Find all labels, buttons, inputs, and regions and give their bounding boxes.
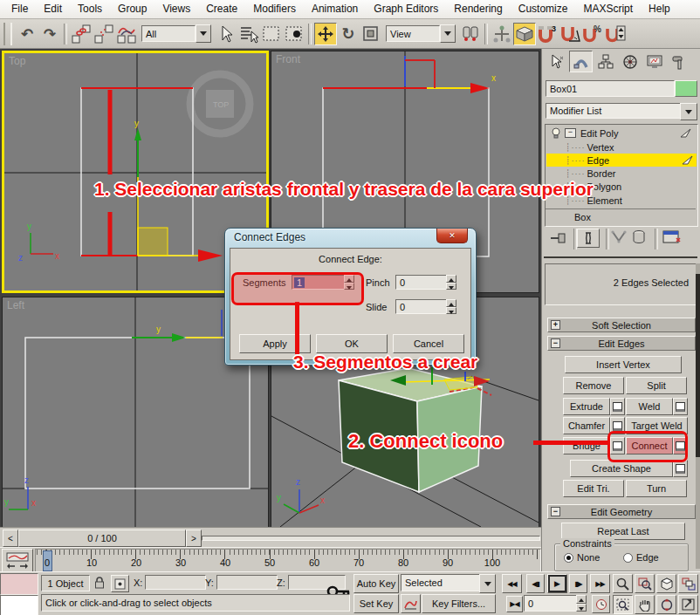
select-and-scale-icon[interactable] bbox=[360, 23, 382, 45]
tab-display[interactable] bbox=[642, 51, 666, 72]
select-and-manipulate-icon[interactable] bbox=[491, 23, 513, 45]
extrude-button[interactable]: Extrude bbox=[563, 398, 610, 415]
reference-coordsys-dropdown[interactable]: View bbox=[386, 24, 456, 43]
tab-modify[interactable] bbox=[569, 51, 593, 72]
menu-views[interactable]: Views bbox=[154, 0, 198, 18]
time-next-button[interactable]: > bbox=[186, 530, 202, 547]
previous-frame-button[interactable]: ◀▮ bbox=[526, 574, 545, 593]
viewport-top-label[interactable]: Top bbox=[9, 55, 25, 67]
track-bar-ruler[interactable]: 0 10 20 30 40 50 60 70 80 90 100 bbox=[35, 549, 541, 572]
x-field[interactable] bbox=[145, 575, 206, 590]
pan-hand-icon[interactable] bbox=[635, 595, 655, 614]
default-tangent-icon[interactable] bbox=[401, 594, 421, 613]
stack-item-edit-poly[interactable]: − Edit Poly bbox=[546, 126, 695, 140]
absolute-mode-icon[interactable] bbox=[111, 575, 129, 592]
menu-help[interactable]: Help bbox=[641, 0, 678, 18]
go-to-end-button[interactable]: ▶▶ bbox=[590, 574, 610, 593]
stack-item-box[interactable]: Box bbox=[546, 210, 695, 223]
weld-settings-icon[interactable] bbox=[673, 398, 688, 415]
create-shape-settings-icon[interactable] bbox=[673, 460, 688, 477]
time-slider-track[interactable] bbox=[202, 536, 540, 541]
bind-to-space-warp-icon[interactable] bbox=[115, 23, 138, 45]
current-frame-field[interactable]: 0 bbox=[524, 595, 583, 612]
rectangular-selection-region-icon[interactable] bbox=[260, 23, 283, 45]
region-zoom-icon[interactable] bbox=[613, 595, 633, 614]
spinner-snap-toggle-icon[interactable] bbox=[604, 23, 627, 45]
next-frame-button[interactable]: ▮▶ bbox=[569, 574, 587, 593]
insert-vertex-button[interactable]: Insert Vertex bbox=[565, 356, 682, 373]
snap-toggle-3d-icon[interactable]: 3 bbox=[536, 23, 559, 45]
use-pivot-point-icon[interactable] bbox=[459, 23, 482, 45]
lightbulb-icon[interactable] bbox=[550, 127, 562, 139]
set-key-button[interactable]: Set Key bbox=[353, 594, 399, 613]
selection-filter-arrow[interactable] bbox=[196, 24, 211, 43]
undo-icon[interactable]: ↶ bbox=[16, 23, 38, 45]
key-mode-toggle-icon[interactable]: ▶◀ bbox=[506, 596, 523, 612]
menu-modifiers[interactable]: Modifiers bbox=[245, 0, 304, 18]
zoom-icon[interactable] bbox=[613, 574, 633, 593]
select-and-move-icon[interactable] bbox=[314, 23, 337, 45]
rollout-edit-edges[interactable]: −Edit Edges bbox=[547, 336, 696, 351]
selection-set-dropdown[interactable]: Selected bbox=[401, 574, 486, 591]
zoom-all-icon[interactable] bbox=[635, 574, 655, 593]
tab-utilities[interactable] bbox=[667, 51, 690, 72]
panel-scrollbar-thumb[interactable] bbox=[696, 274, 700, 457]
key-filters-button[interactable]: Key Filters... bbox=[422, 594, 496, 613]
constraint-none-radio[interactable]: None bbox=[564, 552, 600, 563]
unlink-selection-icon[interactable] bbox=[93, 23, 115, 45]
split-button[interactable]: Split bbox=[626, 377, 687, 394]
go-to-start-button[interactable]: ◀◀ bbox=[502, 574, 522, 593]
edit-tri-button[interactable]: Edit Tri. bbox=[563, 480, 624, 497]
bridge-button[interactable]: Bridge bbox=[563, 437, 610, 454]
coordsys-arrow[interactable] bbox=[440, 24, 456, 43]
zoom-extents-icon[interactable] bbox=[656, 574, 676, 593]
apply-button[interactable]: Apply bbox=[239, 334, 311, 353]
close-icon[interactable]: ✕ bbox=[436, 229, 468, 243]
time-configuration-icon[interactable] bbox=[592, 595, 610, 613]
constraint-edge-radio[interactable]: Edge bbox=[623, 552, 659, 563]
show-end-result-icon[interactable] bbox=[577, 229, 600, 248]
stack-item-edge[interactable]: ┊····Edge bbox=[546, 154, 697, 167]
menu-maxscript[interactable]: MAXScript bbox=[575, 0, 641, 18]
make-unique-icon[interactable] bbox=[610, 230, 628, 246]
remove-modifier-icon[interactable] bbox=[631, 229, 647, 246]
modifier-list-arrow[interactable] bbox=[680, 103, 697, 120]
rollout-edit-geometry[interactable]: −Edit Geometry bbox=[547, 504, 696, 519]
menu-rendering[interactable]: Rendering bbox=[446, 0, 510, 18]
menu-customize[interactable]: Customize bbox=[511, 0, 576, 18]
menu-animation[interactable]: Animation bbox=[304, 0, 366, 18]
selection-lock-icon[interactable] bbox=[93, 576, 106, 591]
stack-item-border[interactable]: ┊····Border bbox=[546, 167, 695, 180]
object-name-field[interactable]: Box01 bbox=[546, 80, 675, 97]
window-crossing-icon[interactable] bbox=[283, 23, 305, 45]
stack-item-vertex[interactable]: ┊····Vertex bbox=[546, 140, 695, 154]
menu-create[interactable]: Create bbox=[198, 0, 245, 18]
time-slider-button[interactable]: 0 / 100 bbox=[18, 530, 186, 547]
pinch-spinner[interactable] bbox=[446, 275, 456, 290]
ok-button[interactable]: OK bbox=[316, 334, 388, 353]
play-button[interactable]: ▶ bbox=[547, 574, 567, 593]
repeat-last-button[interactable]: Repeat Last bbox=[561, 523, 685, 540]
collapse-box[interactable]: − bbox=[565, 128, 576, 138]
extrude-settings-icon[interactable] bbox=[610, 398, 625, 415]
menu-group[interactable]: Group bbox=[110, 0, 154, 18]
slide-field[interactable]: 0 bbox=[395, 299, 451, 314]
auto-key-button[interactable]: Auto Key bbox=[353, 574, 399, 593]
weld-button[interactable]: Weld bbox=[626, 398, 673, 415]
menu-graph-editors[interactable]: Graph Editors bbox=[366, 0, 446, 18]
modifier-list-dropdown[interactable]: Modifier List bbox=[546, 103, 682, 119]
turn-button[interactable]: Turn bbox=[626, 480, 687, 497]
maxscript-listener-white[interactable] bbox=[0, 595, 38, 615]
frame-spinner[interactable] bbox=[576, 595, 587, 612]
select-object-icon[interactable] bbox=[215, 23, 237, 45]
select-by-name-icon[interactable] bbox=[237, 23, 260, 45]
selection-filter-dropdown[interactable]: All bbox=[141, 24, 211, 43]
tab-hierarchy[interactable] bbox=[594, 51, 617, 72]
object-color-swatch[interactable] bbox=[675, 80, 697, 97]
create-shape-button[interactable]: Create Shape bbox=[570, 460, 673, 477]
open-mini-curve-editor-button[interactable] bbox=[2, 549, 33, 572]
keyboard-override-toggle-icon[interactable] bbox=[513, 23, 536, 45]
chamfer-button[interactable]: Chamfer bbox=[563, 417, 610, 434]
menu-edit[interactable]: Edit bbox=[36, 0, 70, 18]
tab-create[interactable] bbox=[545, 51, 568, 72]
